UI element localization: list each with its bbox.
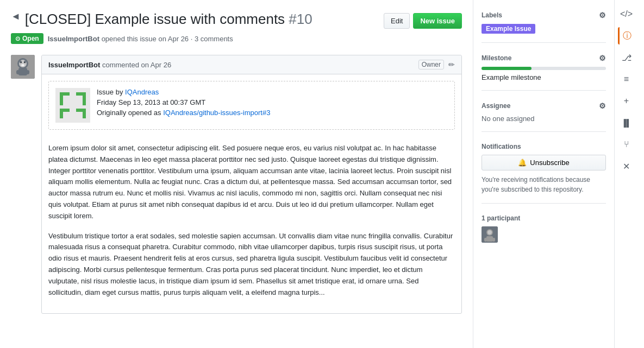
author-name: IssueImportBot (48, 35, 99, 43)
inner-author-link[interactable]: IQAndreas (125, 88, 159, 96)
pin-icon[interactable]: + (618, 92, 635, 110)
notifications-header: Notifications (482, 143, 606, 150)
fork-icon[interactable]: ⑂ (618, 136, 635, 153)
milestone-title: Milestone (482, 54, 511, 62)
svg-point-6 (24, 62, 25, 63)
assignee-title: Assignee (482, 102, 510, 110)
milestone-fill (482, 67, 532, 70)
svg-rect-14 (60, 96, 63, 105)
svg-rect-18 (60, 112, 63, 118)
comment-paragraph-1: Lorem ipsum dolor sit amet, consectetur … (48, 143, 455, 222)
comment-body: Lorem ipsum dolor sit amet, consectetur … (42, 136, 461, 313)
notifications-section: Notifications 🔔 Unsubscribe You're recei… (482, 143, 606, 204)
svg-point-7 (21, 64, 24, 66)
status-icon: ⊙ (15, 35, 20, 42)
milestone-progress-bar (482, 67, 606, 70)
issue-number: #10 (289, 11, 312, 27)
svg-rect-10 (26, 70, 29, 74)
participants-count: 1 participant (482, 214, 606, 222)
originally-label: Originally opened as (97, 109, 161, 117)
main-content: ◄ [CLOSED] Example issue with comments #… (0, 0, 473, 348)
inner-originally-line: Originally opened as IQAndreas/github-is… (97, 109, 270, 117)
participant-avatar (482, 226, 498, 243)
svg-rect-25 (492, 238, 495, 242)
code-icon[interactable]: </> (618, 5, 635, 23)
right-sidebar: Labels ⚙ Example Issue Milestone ⚙ Examp… (473, 0, 614, 348)
inner-by-line: Issue by IQAndreas (97, 88, 270, 96)
notification-description: You're receiving notifications because y… (482, 175, 606, 194)
notifications-title: Notifications (482, 143, 521, 150)
back-button[interactable]: ◄ (11, 11, 21, 22)
inner-date: Friday Sep 13, 2013 at 00:37 GMT (97, 98, 270, 106)
unsubscribe-label: Unsubscribe (530, 159, 569, 167)
svg-point-5 (21, 62, 22, 63)
issue-author: IssueImportBot opened this issue on Apr … (48, 35, 233, 43)
assignee-header: Assignee ⚙ (482, 102, 606, 110)
comment-edit-icon[interactable]: ✏ (448, 60, 455, 69)
issue-by-prefix: Issue by (97, 88, 123, 96)
comment-container: IssueImportBot commented on Apr 26 Owner… (11, 55, 462, 314)
info-icon[interactable]: ⓘ (618, 27, 635, 45)
new-issue-button[interactable]: New issue (413, 13, 462, 29)
comment-header: IssueImportBot commented on Apr 26 Owner… (42, 55, 461, 74)
commenter-avatar (11, 55, 35, 79)
chart-icon[interactable]: ▐▌ (618, 114, 635, 131)
owner-badge: Owner (418, 60, 444, 69)
svg-rect-17 (76, 109, 86, 112)
header-buttons: Edit New issue (384, 13, 462, 29)
status-badge: ⊙ Open (11, 33, 43, 44)
milestone-gear-icon[interactable]: ⚙ (599, 54, 606, 62)
svg-point-22 (487, 230, 492, 235)
issue-title: [CLOSED] Example issue with comments #10 (25, 11, 312, 28)
comment-timestamp: commented on Apr 26 (102, 61, 171, 69)
issue-meta-text: opened this issue on Apr 26 · 3 comments (102, 35, 233, 43)
bell-icon: 🔔 (518, 159, 527, 167)
settings-icon[interactable]: ✕ (618, 157, 635, 175)
inner-quote-text: Issue by IQAndreas Friday Sep 13, 2013 a… (97, 88, 270, 123)
milestone-header: Milestone ⚙ (482, 54, 606, 62)
milestone-section: Milestone ⚙ Example milestone (482, 54, 606, 91)
issue-meta: ⊙ Open IssueImportBot opened this issue … (11, 33, 462, 44)
svg-rect-19 (83, 112, 86, 118)
comment-box: IssueImportBot commented on Apr 26 Owner… (41, 55, 462, 314)
svg-rect-13 (76, 92, 86, 96)
labels-section: Labels ⚙ Example Issue (482, 11, 606, 43)
svg-rect-9 (16, 70, 20, 74)
participants-section: 1 participant (482, 214, 606, 244)
status-text: Open (22, 35, 39, 42)
milestone-name: Example milestone (482, 73, 606, 81)
labels-gear-icon[interactable]: ⚙ (599, 11, 606, 20)
comment-meta: IssueImportBot commented on Apr 26 (48, 61, 171, 69)
labels-header: Labels ⚙ (482, 11, 606, 20)
comment-author: IssueImportBot (48, 61, 100, 69)
label-badge[interactable]: Example Issue (482, 24, 535, 34)
labels-title: Labels (482, 11, 502, 19)
svg-rect-23 (486, 236, 493, 242)
assignee-gear-icon[interactable]: ⚙ (599, 102, 606, 110)
comment-paragraph-2: Vestibulum tristique tortor a erat sodal… (48, 231, 455, 299)
pr-icon[interactable]: ⎇ (618, 49, 635, 66)
unsubscribe-button[interactable]: 🔔 Unsubscribe (482, 155, 606, 170)
svg-rect-12 (60, 92, 70, 96)
comment-header-right: Owner ✏ (418, 60, 455, 69)
inner-avatar (55, 88, 90, 123)
page-header: ◄ [CLOSED] Example issue with comments #… (11, 11, 462, 29)
list-icon[interactable]: ≡ (618, 71, 635, 88)
svg-rect-16 (60, 109, 70, 112)
svg-rect-8 (18, 68, 27, 75)
assignee-text: No one assigned (482, 115, 606, 123)
original-issue-link[interactable]: IQAndreas/github-issues-import#3 (163, 109, 270, 117)
issue-title-text: [CLOSED] Example issue with comments (25, 11, 285, 27)
icon-sidebar: </> ⓘ ⎇ ≡ + ▐▌ ⑂ ✕ (614, 0, 638, 348)
svg-rect-15 (83, 96, 86, 105)
inner-quote-box: Issue by IQAndreas Friday Sep 13, 2013 a… (48, 81, 455, 130)
assignee-section: Assignee ⚙ No one assigned (482, 102, 606, 132)
svg-rect-24 (484, 238, 487, 242)
edit-button[interactable]: Edit (384, 13, 410, 29)
